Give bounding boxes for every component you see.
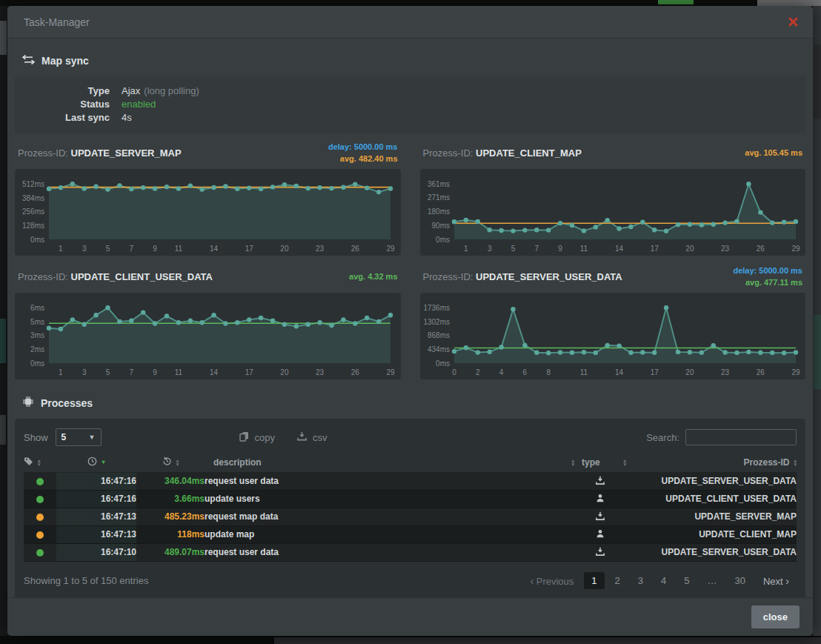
sort-icon[interactable]: ▴▾ <box>623 459 626 466</box>
last-sync-value: 4s <box>122 111 132 125</box>
svg-text:8: 8 <box>546 368 551 376</box>
pagination-page-2[interactable]: 2 <box>608 572 628 589</box>
table-row[interactable]: 16:47:13118msupdate mapUPDATE_CLIENT_MAP <box>24 525 797 543</box>
pagination-page-4[interactable]: 4 <box>654 572 674 589</box>
svg-text:20: 20 <box>280 368 289 376</box>
copy-button-label: copy <box>255 432 275 443</box>
background-left-widget <box>0 21 7 55</box>
table-row[interactable]: 16:47:163.66msupdate usersUPDATE_CLIENT_… <box>24 490 797 508</box>
info-label: Last sync <box>27 111 110 125</box>
svg-text:3: 3 <box>487 245 491 253</box>
download-icon <box>596 477 605 487</box>
column-header-prozess-id[interactable]: Prozess-ID ▴▾ <box>626 453 797 472</box>
chevron-down-icon: ▼ <box>89 434 96 441</box>
chart-badges: avg. 105.45 ms <box>745 147 802 159</box>
prozess-id-label: Prozess-ID: <box>18 271 68 282</box>
svg-text:26: 26 <box>756 368 765 376</box>
time-cell: 16:47:13 <box>56 525 136 543</box>
chip-icon <box>22 396 34 410</box>
info-label: Status <box>27 98 110 111</box>
pagination-ellipsis: … <box>700 572 725 589</box>
prozess-id-cell: UPDATE_SERVER_USER_DATA <box>626 543 797 561</box>
svg-text:11: 11 <box>579 245 588 253</box>
avg-badge: avg. 477.11 ms <box>733 276 802 288</box>
pagination-next[interactable]: Next › <box>756 572 797 590</box>
background-bottom-gray-segment <box>274 637 821 644</box>
column-header-duration[interactable]: ▴▾ <box>136 453 205 472</box>
svg-text:23: 23 <box>721 245 730 253</box>
chart-block-update_server_user_data: Prozess-ID: UPDATE_SERVER_USER_DATAdelay… <box>420 260 806 379</box>
duration-cell: 118ms <box>136 525 205 543</box>
prozess-name: UPDATE_CLIENT_USER_DATA <box>71 271 213 282</box>
svg-text:14: 14 <box>615 245 624 253</box>
table-row[interactable]: 16:47:13485.23msrequest map dataUPDATE_S… <box>24 508 797 525</box>
prozess-id-header-label: Prozess-ID <box>743 457 789 468</box>
prozess-id-cell: UPDATE_CLIENT_USER_DATA <box>626 490 797 508</box>
csv-button-label: csv <box>313 432 328 443</box>
background-top-gray-segment <box>757 0 821 6</box>
screen: Task-Manager Map sync <box>0 0 821 644</box>
pagination-page-5[interactable]: 5 <box>677 572 697 589</box>
info-label: Type <box>27 84 110 98</box>
svg-text:1: 1 <box>59 368 63 376</box>
svg-text:256ms: 256ms <box>22 208 44 216</box>
prozess-id-cell: UPDATE_CLIENT_MAP <box>626 525 797 543</box>
sort-icon[interactable]: ▴▾ <box>794 459 797 466</box>
sort-icon[interactable]: ▴▾ <box>38 459 41 466</box>
pagination-page-1[interactable]: 1 <box>584 572 604 589</box>
processes-heading-label: Processes <box>41 397 93 409</box>
description-cell: request user data <box>205 472 574 490</box>
chart-title-row: Prozess-ID: UPDATE_CLIENT_USER_DATAavg. … <box>15 260 401 293</box>
description-cell: request map data <box>205 508 574 525</box>
info-row-last-sync: Last sync 4s <box>27 111 794 125</box>
copy-button[interactable]: copy <box>239 431 275 444</box>
show-entries-select[interactable]: 5 ▼ <box>56 428 102 446</box>
pagination-page-30[interactable]: 30 <box>728 572 753 589</box>
search-label: Search: <box>646 432 679 443</box>
csv-button[interactable]: csv <box>297 431 328 444</box>
status-dot <box>36 496 44 503</box>
svg-text:23: 23 <box>316 245 325 253</box>
info-row-status: Status enabled <box>27 98 794 111</box>
column-header-type[interactable]: type ▴▾ <box>574 453 626 472</box>
table-row[interactable]: 16:47:10489.07msrequest user dataUPDATE_… <box>24 543 797 561</box>
user-icon <box>596 530 605 540</box>
chart-title: Prozess-ID: UPDATE_CLIENT_MAP <box>423 147 582 159</box>
close-button[interactable]: close <box>751 605 800 628</box>
sort-icon[interactable]: ▴▾ <box>176 459 179 466</box>
svg-text:14: 14 <box>615 368 624 376</box>
pagination-previous[interactable]: ‹ Previous <box>522 572 581 590</box>
show-label: Show <box>24 432 48 443</box>
chart-badges: delay: 5000.00 msavg. 482.40 ms <box>328 141 398 165</box>
svg-text:9: 9 <box>153 368 157 376</box>
svg-text:2: 2 <box>476 368 480 376</box>
download-icon <box>596 512 605 522</box>
prozess-id-label: Prozess-ID: <box>18 147 68 159</box>
svg-text:17: 17 <box>650 245 659 253</box>
svg-text:5ms: 5ms <box>30 318 44 326</box>
chart-title: Prozess-ID: UPDATE_SERVER_USER_DATA <box>423 271 622 282</box>
chart-panel: 0ms90ms180ms271ms361ms135791114172023262… <box>420 169 806 256</box>
sort-icon[interactable]: ▴▾ <box>571 459 574 466</box>
swap-arrows-icon <box>22 55 35 67</box>
svg-text:26: 26 <box>351 368 360 376</box>
svg-text:1302ms: 1302ms <box>423 318 450 326</box>
table-header-row: ▴▾ <box>24 453 797 472</box>
svg-text:14: 14 <box>210 245 219 253</box>
duration-cell: 346.04ms <box>136 472 205 490</box>
close-icon[interactable] <box>788 17 798 27</box>
search-input[interactable] <box>685 429 797 445</box>
time-cell: 16:47:16 <box>56 472 136 490</box>
sort-desc-active-icon[interactable]: ▾ <box>102 459 104 465</box>
column-header-description[interactable]: description ▴▾ <box>205 453 574 472</box>
column-header-status[interactable]: ▴▾ <box>24 453 56 472</box>
column-header-time[interactable]: ▾ <box>56 453 136 472</box>
export-buttons: copy csv <box>239 431 328 444</box>
show-entries-value: 5 <box>62 432 67 442</box>
description-cell: request user data <box>205 543 574 561</box>
svg-text:1: 1 <box>59 245 63 253</box>
table-row[interactable]: 16:47:16346.04msrequest user dataUPDATE_… <box>24 472 797 490</box>
pagination-page-3[interactable]: 3 <box>631 572 651 589</box>
background-right-widget <box>814 44 821 119</box>
svg-text:2ms: 2ms <box>30 345 44 353</box>
